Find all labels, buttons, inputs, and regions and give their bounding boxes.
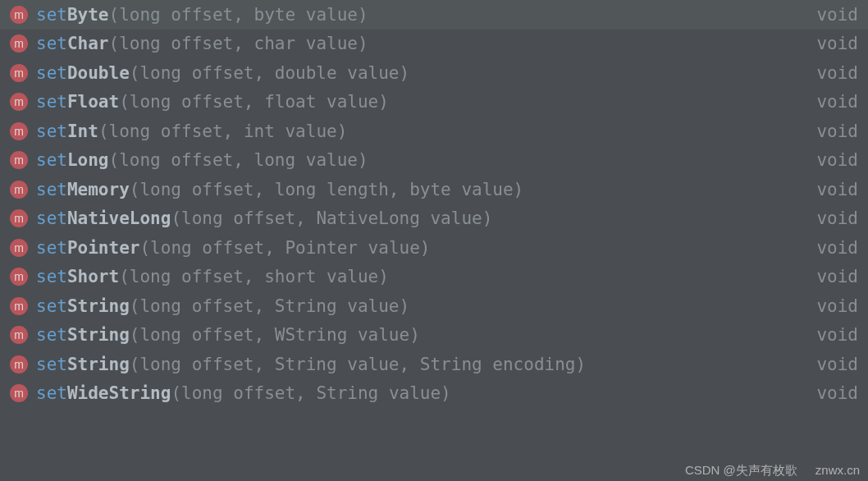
method-signature: setLong(long offset, long value) (36, 150, 792, 170)
method-prefix: set (36, 5, 67, 25)
method-signature: setByte(long offset, byte value) (36, 5, 792, 25)
completion-item[interactable]: msetString(long offset, String value, St… (0, 350, 868, 379)
method-params: (long offset, String value) (130, 296, 409, 316)
completion-item[interactable]: msetByte(long offset, byte value)void (0, 0, 868, 30)
method-signature: setNativeLong(long offset, NativeLong va… (36, 208, 792, 228)
completion-item[interactable]: msetNativeLong(long offset, NativeLong v… (0, 204, 868, 234)
method-signature: setFloat(long offset, float value) (36, 92, 792, 112)
method-params: (long offset, short value) (119, 267, 389, 286)
completion-item[interactable]: msetChar(long offset, char value)void (0, 30, 868, 59)
method-icon: m (10, 326, 28, 344)
method-prefix: set (36, 383, 67, 403)
method-signature: setPointer(long offset, Pointer value) (36, 238, 792, 258)
method-params: (long offset, int value) (98, 121, 347, 141)
method-signature: setWideString(long offset, String value) (36, 383, 792, 403)
method-prefix: set (36, 296, 67, 316)
method-signature: setDouble(long offset, double value) (36, 63, 792, 83)
return-type: void (792, 180, 858, 199)
return-type: void (792, 325, 858, 345)
completion-item[interactable]: msetDouble(long offset, double value)voi… (0, 58, 868, 88)
return-type: void (792, 92, 858, 112)
method-name: NativeLong (67, 208, 171, 228)
completion-item[interactable]: msetLong(long offset, long value)void (0, 146, 868, 176)
method-prefix: set (36, 63, 67, 83)
method-params: (long offset, String value, String encod… (130, 355, 586, 374)
method-signature: setString(long offset, String value) (36, 296, 792, 316)
method-icon: m (10, 6, 28, 24)
method-icon: m (10, 64, 28, 82)
method-prefix: set (36, 325, 67, 345)
completion-item[interactable]: msetMemory(long offset, long length, byt… (0, 175, 868, 204)
method-icon: m (10, 122, 28, 140)
return-type: void (792, 208, 858, 228)
method-icon: m (10, 93, 28, 111)
return-type: void (792, 63, 858, 83)
method-icon: m (10, 239, 28, 257)
method-signature: setMemory(long offset, long length, byte… (36, 180, 792, 199)
method-name: Byte (67, 5, 109, 25)
method-params: (long offset, Pointer value) (139, 238, 430, 258)
method-params: (long offset, byte value) (109, 5, 368, 25)
method-name: Short (67, 267, 119, 286)
completion-item[interactable]: msetString(long offset, WString value)vo… (0, 321, 868, 350)
completion-item[interactable]: msetShort(long offset, short value)void (0, 263, 868, 292)
return-type: void (792, 34, 858, 53)
method-prefix: set (36, 150, 67, 170)
method-params: (long offset, WString value) (130, 325, 420, 345)
method-icon: m (10, 384, 28, 402)
method-params: (long offset, long length, byte value) (130, 180, 523, 199)
completion-item[interactable]: msetFloat(long offset, float value)void (0, 88, 868, 117)
completion-item[interactable]: msetString(long offset, String value)voi… (0, 291, 868, 321)
completion-item[interactable]: msetWideString(long offset, String value… (0, 379, 868, 409)
return-type: void (792, 355, 858, 374)
method-signature: setString(long offset, String value, Str… (36, 355, 792, 374)
method-name: Float (67, 92, 119, 112)
method-name: Char (67, 34, 109, 53)
method-icon: m (10, 355, 28, 373)
method-icon: m (10, 151, 28, 169)
method-name: WideString (67, 383, 171, 403)
method-icon: m (10, 181, 28, 199)
completion-item[interactable]: msetPointer(long offset, Pointer value)v… (0, 233, 868, 263)
method-prefix: set (36, 355, 67, 374)
method-icon: m (10, 268, 28, 286)
method-params: (long offset, float value) (119, 92, 389, 112)
method-params: (long offset, String value) (171, 383, 450, 403)
completion-rows: msetByte(long offset, byte value)voidmse… (0, 0, 868, 408)
method-name: Int (67, 121, 98, 141)
method-prefix: set (36, 180, 67, 199)
method-icon: m (10, 209, 28, 227)
return-type: void (792, 121, 858, 141)
return-type: void (792, 267, 858, 286)
method-params: (long offset, NativeLong value) (171, 208, 492, 228)
method-prefix: set (36, 92, 67, 112)
return-type: void (792, 296, 858, 316)
method-signature: setString(long offset, WString value) (36, 325, 792, 345)
method-name: Memory (67, 180, 130, 199)
method-prefix: set (36, 208, 67, 228)
method-params: (long offset, char value) (109, 34, 368, 53)
method-signature: setChar(long offset, char value) (36, 34, 792, 53)
method-icon: m (10, 297, 28, 315)
method-name: Pointer (67, 238, 140, 258)
method-params: (long offset, double value) (130, 63, 409, 83)
method-signature: setShort(long offset, short value) (36, 267, 792, 286)
method-name: Long (67, 150, 109, 170)
completion-popup: msetByte(long offset, byte value)voidmse… (0, 0, 868, 481)
return-type: void (792, 5, 858, 25)
method-prefix: set (36, 238, 67, 258)
method-name: String (67, 325, 130, 345)
method-name: Double (67, 63, 130, 83)
method-signature: setInt(long offset, int value) (36, 121, 792, 141)
return-type: void (792, 383, 858, 403)
return-type: void (792, 150, 858, 170)
method-params: (long offset, long value) (109, 150, 368, 170)
return-type: void (792, 238, 858, 258)
method-name: String (67, 296, 130, 316)
method-name: String (67, 355, 130, 374)
method-prefix: set (36, 121, 67, 141)
method-prefix: set (36, 267, 67, 286)
completion-item[interactable]: msetInt(long offset, int value)void (0, 117, 868, 146)
method-icon: m (10, 34, 28, 53)
method-prefix: set (36, 34, 67, 53)
